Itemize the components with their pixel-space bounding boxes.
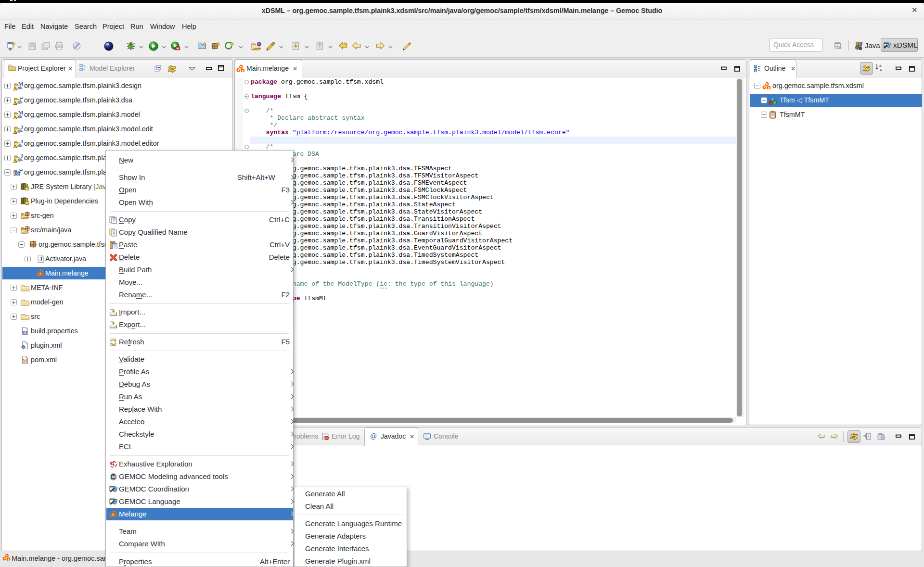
svg-text:L: L bbox=[15, 170, 19, 176]
svg-text:s: s bbox=[113, 462, 115, 467]
svg-text:M: M bbox=[18, 110, 24, 115]
svg-text:M: M bbox=[18, 81, 24, 87]
svg-text:z: z bbox=[880, 67, 882, 71]
svg-text:J: J bbox=[21, 153, 24, 159]
svg-text:J: J bbox=[860, 41, 863, 47]
svg-text:M: M bbox=[23, 358, 27, 364]
svg-text:M: M bbox=[112, 475, 115, 479]
svg-text:J: J bbox=[39, 256, 42, 263]
svg-text:J: J bbox=[21, 139, 24, 144]
svg-text:010: 010 bbox=[23, 331, 27, 334]
svg-text:J: J bbox=[21, 125, 24, 130]
